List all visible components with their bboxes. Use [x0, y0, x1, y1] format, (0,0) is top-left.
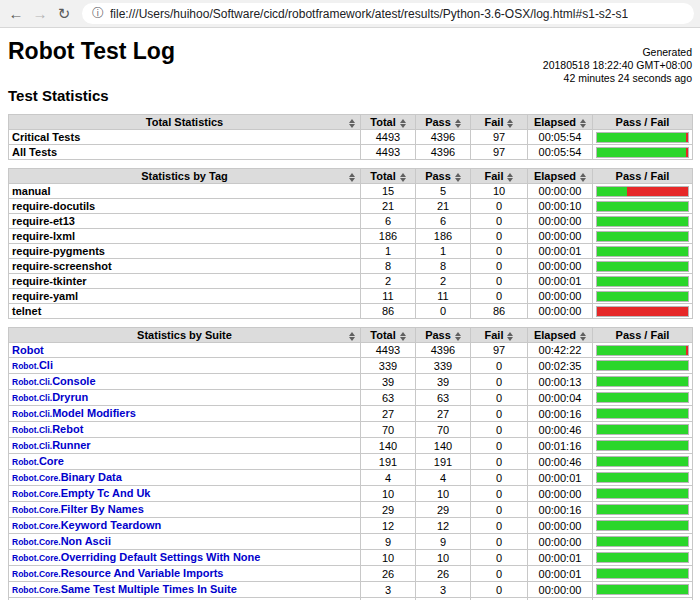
sort-icon: [455, 119, 461, 128]
pass-bar-segment: [597, 187, 627, 196]
pass-value: 2: [416, 274, 471, 289]
pass-bar-segment: [597, 553, 688, 562]
table-row: require-pygments11000:00:01: [9, 244, 693, 259]
pass-fail-bar: [596, 520, 689, 531]
suite-link[interactable]: Robot.Cli.Rebot: [12, 423, 83, 435]
sort-header-fail[interactable]: Fail: [471, 115, 528, 130]
pass-fail-bar: [596, 201, 689, 212]
pass-fail-bar: [596, 408, 689, 419]
elapsed-value: 00:00:00: [528, 582, 593, 598]
elapsed-value: 00:00:10: [528, 199, 593, 214]
suite-link[interactable]: Robot.Core.Same Test Multiple Times In S…: [12, 583, 237, 595]
sort-header-elapsed[interactable]: Elapsed: [528, 115, 593, 130]
suite-link[interactable]: Robot.Cli.Model Modifiers: [12, 407, 136, 419]
stat-name: require-tkinter: [9, 274, 361, 289]
suite-link[interactable]: Robot.Cli.Console: [12, 375, 96, 387]
total-value: 21: [361, 199, 416, 214]
pass-fail-bar-cell: [593, 274, 693, 289]
pass-bar-segment: [597, 441, 688, 450]
total-value: 191: [361, 454, 416, 470]
pass-value: 11: [416, 289, 471, 304]
suite-name-cell: Robot.Core.Empty Tc And Uk: [9, 486, 361, 502]
forward-icon[interactable]: →: [30, 4, 50, 24]
suite-link[interactable]: Robot.Cli.Dryrun: [12, 391, 88, 403]
stat-name: require-docutils: [9, 199, 361, 214]
elapsed-value: 00:00:13: [528, 374, 593, 390]
pass-value: 27: [416, 406, 471, 422]
suite-link[interactable]: Robot.Core.Overriding Default Settings W…: [12, 551, 260, 563]
statistics-by-suite-table: Statistics by Suite Total Pass Fail Elap…: [8, 327, 693, 600]
sort-icon: [349, 173, 355, 182]
suite-link[interactable]: Robot.Core.Resource And Variable Imports: [12, 567, 223, 579]
pass-fail-bar: [596, 261, 689, 272]
url-bar[interactable]: ⓘ file:///Users/huihoo/Software/cicd/rob…: [82, 3, 694, 24]
sort-header-statistics-by-suite[interactable]: Statistics by Suite: [9, 328, 361, 343]
elapsed-value: 00:02:35: [528, 358, 593, 374]
sort-header-statistics-by-tag[interactable]: Statistics by Tag: [9, 169, 361, 184]
total-value: 11: [361, 289, 416, 304]
sort-header-pass[interactable]: Pass: [416, 115, 471, 130]
suite-prefix: Robot.Cli.: [12, 425, 52, 435]
sort-header-pass[interactable]: Pass: [416, 169, 471, 184]
suite-name-cell: Robot.Cli.Console: [9, 374, 361, 390]
sort-header-total[interactable]: Total: [361, 115, 416, 130]
table-row: Robot.Cli.Runner140140000:01:16: [9, 438, 693, 454]
pass-bar-segment: [597, 425, 688, 434]
pass-bar-segment: [597, 262, 688, 271]
sort-header-total-statistics[interactable]: Total Statistics: [9, 115, 361, 130]
total-value: 27: [361, 406, 416, 422]
pass-fail-bar-cell: [593, 422, 693, 438]
stat-name: manual: [9, 184, 361, 199]
suite-link[interactable]: Robot.Core.Non Ascii: [12, 535, 111, 547]
sort-header-pass[interactable]: Pass: [416, 328, 471, 343]
pass-value: 5: [416, 184, 471, 199]
pass-bar-segment: [597, 505, 688, 514]
fail-value: 0: [471, 274, 528, 289]
suite-name-cell: Robot.Core.Binary Data: [9, 470, 361, 486]
sort-header-elapsed[interactable]: Elapsed: [528, 328, 593, 343]
suite-link[interactable]: Robot.Cli.Runner: [12, 439, 91, 451]
sort-icon: [400, 119, 406, 128]
suite-link[interactable]: Robot.Core.Empty Tc And Uk: [12, 487, 150, 499]
suite-link[interactable]: Robot.Core.Keyword Teardown: [12, 519, 161, 531]
total-value: 10: [361, 486, 416, 502]
pass-fail-bar: [596, 536, 689, 547]
table-row: telnet8608600:00:00: [9, 304, 693, 319]
suite-link[interactable]: Robot.Cli: [12, 359, 53, 371]
sort-header-total[interactable]: Total: [361, 328, 416, 343]
pass-bar-segment: [597, 585, 688, 594]
stat-name: require-et13: [9, 214, 361, 229]
pass-bar-segment: [597, 473, 688, 482]
pass-bar-segment: [597, 133, 686, 142]
suite-prefix: Robot.Core.: [12, 585, 61, 595]
suite-link[interactable]: Robot.Core.Filter By Names: [12, 503, 144, 515]
header-pass-fail: Pass / Fail: [593, 169, 693, 184]
sort-header-fail[interactable]: Fail: [471, 169, 528, 184]
sort-header-fail[interactable]: Fail: [471, 328, 528, 343]
pass-value: 4: [416, 470, 471, 486]
sort-icon: [349, 332, 355, 341]
log-page: Robot Test Log Generated 20180518 18:22:…: [0, 38, 700, 600]
suite-link[interactable]: Robot.Core: [12, 455, 64, 467]
total-value: 63: [361, 390, 416, 406]
total-value: 1: [361, 244, 416, 259]
page-info-icon[interactable]: ⓘ: [92, 5, 104, 22]
reload-icon[interactable]: ↻: [54, 4, 74, 24]
pass-value: 26: [416, 566, 471, 582]
suite-name-cell: Robot.Cli.Runner: [9, 438, 361, 454]
suite-link[interactable]: Robot: [12, 344, 44, 356]
suite-prefix: Robot.: [12, 361, 39, 371]
pass-value: 10: [416, 486, 471, 502]
sort-header-elapsed[interactable]: Elapsed: [528, 169, 593, 184]
pass-fail-bar-cell: [593, 289, 693, 304]
suite-name-cell: Robot.Core.Non Ascii: [9, 534, 361, 550]
stat-name: require-pygments: [9, 244, 361, 259]
pass-value: 63: [416, 390, 471, 406]
suite-link[interactable]: Robot.Core.Binary Data: [12, 471, 122, 483]
pass-fail-bar-cell: [593, 199, 693, 214]
pass-fail-bar: [596, 306, 689, 317]
table-header-row: Statistics by Tag Total Pass Fail Elapse…: [9, 169, 693, 184]
pass-value: 70: [416, 422, 471, 438]
back-icon[interactable]: ←: [6, 4, 26, 24]
sort-header-total[interactable]: Total: [361, 169, 416, 184]
